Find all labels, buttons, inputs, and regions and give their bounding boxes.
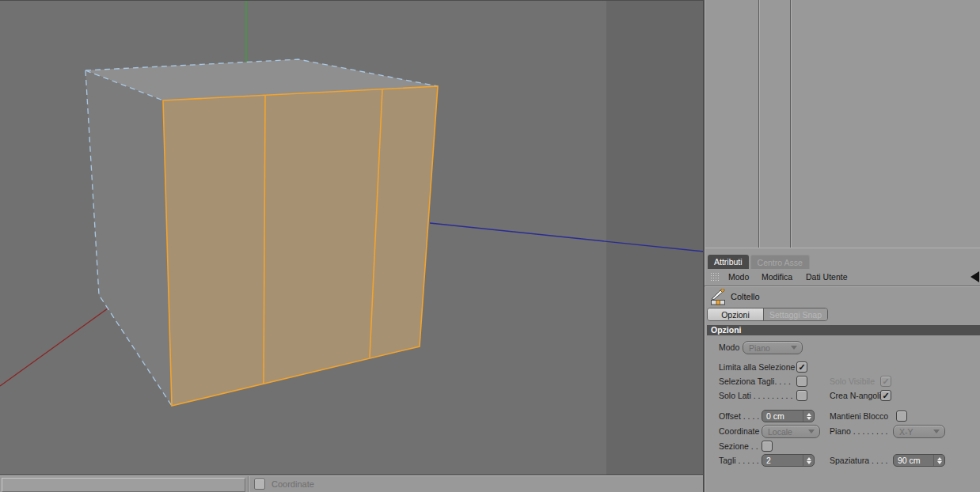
panel-tabbar: Attributi Centro Asse [708, 255, 810, 269]
mantieni-blocco-checkbox[interactable] [896, 411, 907, 422]
sezione-checkbox[interactable] [762, 441, 773, 452]
axis-x-red [0, 308, 108, 386]
panel-grip-icon[interactable] [710, 272, 720, 282]
piano-dropdown[interactable]: X-Y [893, 425, 945, 438]
knife-tool-icon [710, 289, 727, 305]
coordinate-label: Coordinate [272, 479, 314, 489]
section-header-opzioni[interactable]: Opzioni [707, 325, 980, 335]
crea-n-angoli-checkbox[interactable]: ✓ [880, 390, 891, 401]
check-icon: ✓ [882, 392, 889, 400]
coordinate-dropdown-value: Locale [762, 427, 808, 437]
tab-centro-asse[interactable]: Centro Asse [750, 255, 810, 269]
coordinate-dropdown[interactable]: Locale [762, 425, 820, 438]
mantieni-blocco-label: Mantieni Blocco [830, 411, 888, 421]
check-icon: ✓ [798, 363, 805, 372]
solo-lati-label: Solo Lati . . . . . . . . . [719, 391, 792, 400]
spinner-arrows-icon[interactable] [803, 455, 814, 466]
solo-visibile-checkbox: ✓ [880, 376, 891, 387]
spaziatura-value: 90 cm [894, 455, 933, 466]
menu-divider [705, 286, 980, 286]
panel-column-divider[interactable] [790, 0, 791, 248]
3d-viewport[interactable] [0, 0, 704, 475]
tagli-label: Tagli . . . . . [719, 456, 759, 465]
collapse-arrow-icon[interactable] [971, 271, 979, 282]
check-icon: ✓ [882, 377, 889, 386]
application-window: Coordinate Attributi Centro Asse Modo Mo… [0, 0, 980, 492]
sezione-label: Sezione . . [719, 441, 758, 451]
settaggi-snap-tab-button[interactable]: Settaggi Snap [764, 308, 827, 320]
offset-field[interactable]: 0 cm [762, 410, 815, 422]
chevron-down-icon [808, 430, 815, 433]
viewport-scene [0, 1, 704, 475]
statusbar-divider [248, 476, 249, 492]
panel-horizontal-divider [705, 248, 980, 248]
limita-selezione-checkbox[interactable]: ✓ [796, 361, 807, 373]
modo-dropdown[interactable]: Piano [743, 341, 803, 354]
viewport-statusbar: Coordinate [0, 475, 704, 492]
menu-dati-utente[interactable]: Dati Utente [806, 272, 848, 282]
options-snap-button-group: Opzioni Settaggi Snap [707, 308, 828, 321]
tagli-field[interactable]: 2 [762, 454, 815, 467]
opzioni-tab-button[interactable]: Opzioni [708, 308, 764, 320]
coordinate-label: Coordinate [719, 426, 759, 436]
offset-value: 0 cm [762, 411, 803, 422]
cube-left-face[interactable] [85, 70, 172, 406]
crea-n-angoli-label: Crea N-angoli [830, 391, 881, 400]
spaziatura-field[interactable]: 90 cm [893, 454, 945, 467]
seleziona-tagli-label: Seleziona Tagli. . . . [719, 377, 791, 386]
status-message-area [2, 478, 245, 492]
limita-selezione-label: Limita alla Selezione [719, 362, 795, 372]
piano-dropdown-value: X-Y [894, 427, 933, 437]
seleziona-tagli-checkbox[interactable] [796, 376, 807, 387]
modo-label: Modo [719, 343, 739, 352]
tab-attributi[interactable]: Attributi [708, 255, 749, 269]
cube-selected-front-face[interactable] [163, 86, 438, 406]
menu-modifica[interactable]: Modifica [762, 272, 792, 282]
spaziatura-label: Spaziatura . . . . [830, 456, 888, 465]
coordinate-checkbox[interactable] [254, 479, 265, 490]
piano-label: Piano . . . . . . . . [830, 426, 888, 436]
chevron-down-icon [933, 430, 940, 433]
spinner-arrows-icon[interactable] [803, 411, 814, 422]
menu-modo[interactable]: Modo [728, 272, 749, 282]
panel-column-divider[interactable] [758, 0, 759, 248]
attribute-manager-panel: Attributi Centro Asse Modo Modifica Dati… [705, 0, 980, 492]
modo-dropdown-value: Piano [743, 343, 791, 353]
spinner-arrows-icon[interactable] [933, 455, 944, 466]
tool-name-label: Coltello [731, 292, 760, 301]
axis-z-blue [430, 223, 704, 252]
tagli-value: 2 [762, 455, 803, 466]
offset-label: Offset . . . . [719, 411, 759, 421]
solo-lati-checkbox[interactable] [796, 390, 807, 401]
solo-visibile-label: Solo Visibile [830, 377, 875, 386]
chevron-down-icon [791, 346, 797, 350]
